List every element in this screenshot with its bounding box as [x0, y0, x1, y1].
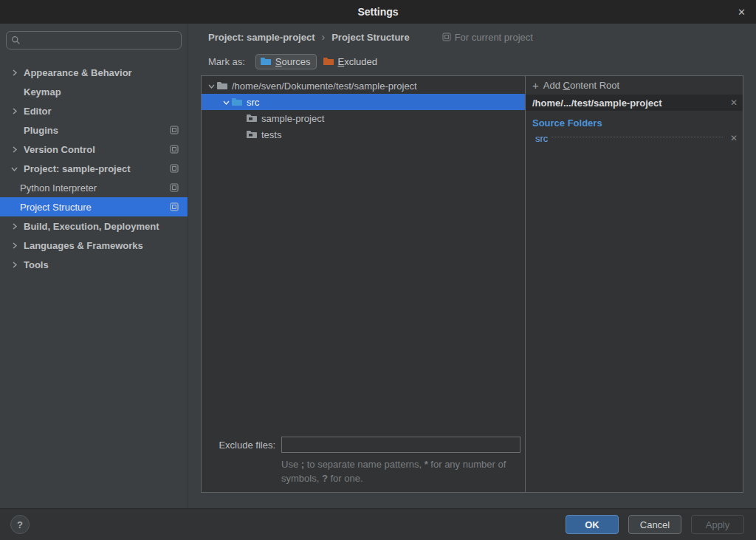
chevron-right-icon[interactable] — [10, 69, 24, 77]
plus-icon: + — [532, 79, 539, 92]
sidebar-item-label: Editor — [24, 106, 52, 117]
source-folder-icon — [231, 97, 243, 107]
sidebar-item-languages-frameworks[interactable]: Languages & Frameworks — [0, 236, 188, 255]
content-tree-panel: /home/sven/Dokumente/test/sample-project… — [202, 76, 526, 492]
sidebar-item-plugins[interactable]: Plugins — [0, 120, 188, 140]
tree-row-tests[interactable]: tests — [202, 126, 525, 143]
cancel-button[interactable]: Cancel — [628, 515, 681, 534]
sidebar-item-label: Keymap — [24, 86, 61, 98]
project-settings-icon — [170, 183, 179, 192]
mark-sources-button[interactable]: Sources — [255, 54, 317, 69]
sidebar-item-tools[interactable]: Tools — [0, 255, 188, 274]
sidebar-item-keymap[interactable]: Keymap — [0, 82, 188, 101]
content-roots-panel: + Add Content Root /home/.../test/sample… — [526, 76, 743, 492]
scope-note: For current project — [442, 32, 533, 43]
help-button[interactable]: ? — [10, 515, 30, 534]
chevron-down-icon[interactable] — [10, 165, 24, 173]
source-folder-name: src — [535, 133, 548, 144]
sidebar-item-label: Plugins — [24, 125, 58, 136]
sidebar-item-label: Project Structure — [20, 202, 92, 213]
settings-content: Project: sample-project › Project Struct… — [188, 24, 756, 508]
tree-row-label: /home/sven/Dokumente/test/sample-project — [232, 81, 417, 92]
project-structure-panels: /home/sven/Dokumente/test/sample-project… — [201, 75, 743, 493]
settings-search-field[interactable] — [24, 35, 176, 46]
dotted-leader — [551, 137, 723, 137]
sidebar-item-project[interactable]: Project: sample-project — [0, 159, 188, 178]
content-root-path: /home/.../test/sample-project — [532, 98, 662, 109]
project-settings-icon — [170, 202, 179, 211]
settings-sidebar: Appearance & Behavior Keymap Editor Plug… — [0, 24, 188, 508]
tree-row-content-root[interactable]: /home/sven/Dokumente/test/sample-project — [202, 78, 525, 94]
folder-icon — [216, 81, 228, 91]
scope-note-label: For current project — [455, 32, 533, 43]
chevron-right-icon[interactable] — [10, 242, 24, 250]
sidebar-item-label: Python Interpreter — [20, 182, 97, 194]
breadcrumb: Project: sample-project › Project Struct… — [188, 24, 756, 50]
window-title: Settings — [357, 6, 398, 18]
exclude-files-label: Exclude files: — [207, 440, 275, 451]
search-icon — [11, 35, 21, 45]
tree-row-label: src — [247, 97, 259, 108]
chevron-right-icon[interactable] — [10, 146, 24, 154]
project-settings-icon — [442, 33, 451, 41]
tree-row-src[interactable]: src — [202, 94, 525, 110]
remove-source-folder-icon[interactable]: ✕ — [726, 133, 738, 143]
content-root-row[interactable]: /home/.../test/sample-project ✕ — [526, 95, 743, 111]
sidebar-item-project-structure[interactable]: Project Structure — [0, 197, 188, 216]
source-folder-row[interactable]: src ✕ — [526, 131, 743, 146]
sidebar-item-label: Build, Execution, Deployment — [24, 221, 159, 232]
source-folder-icon — [260, 56, 272, 66]
exclude-files-input[interactable] — [281, 437, 520, 453]
excluded-folder-icon — [323, 56, 334, 66]
mark-as-toolbar: Mark as: Sources Excluded — [188, 50, 756, 72]
close-icon[interactable]: ✕ — [738, 0, 746, 24]
sidebar-item-label: Version Control — [24, 144, 95, 155]
sidebar-item-label: Appearance & Behavior — [24, 67, 132, 78]
add-content-root-button[interactable]: + Add Content Root — [526, 76, 743, 95]
remove-content-root-icon[interactable]: ✕ — [726, 98, 738, 108]
sidebar-item-label: Tools — [24, 259, 49, 270]
breadcrumb-separator-icon: › — [322, 31, 326, 43]
chevron-right-icon[interactable] — [10, 107, 24, 115]
mark-excluded-button[interactable]: Excluded — [319, 55, 382, 69]
source-folders-heading: Source Folders — [526, 117, 743, 129]
sidebar-item-python-interpreter[interactable]: Python Interpreter — [0, 178, 188, 197]
folder-icon — [246, 129, 258, 140]
breadcrumb-page: Project Structure — [331, 32, 409, 43]
apply-button: Apply — [691, 515, 744, 534]
settings-nav: Appearance & Behavior Keymap Editor Plug… — [0, 63, 188, 274]
sidebar-item-label: Languages & Frameworks — [24, 240, 143, 251]
exclude-files-section: Exclude files: Use ; to separate name pa… — [202, 437, 525, 492]
sidebar-item-label: Project: sample-project — [24, 163, 131, 174]
tree-row-label: sample-project — [261, 113, 324, 124]
settings-dialog: Settings ✕ Appearance & Behavior Keymap — [0, 0, 756, 540]
chevron-down-icon[interactable] — [221, 98, 231, 106]
tree-row-sample-project[interactable]: sample-project — [202, 110, 525, 126]
add-content-root-label: Add Content Root — [543, 80, 619, 91]
sidebar-item-editor[interactable]: Editor — [0, 101, 188, 120]
ok-button[interactable]: OK — [566, 515, 619, 534]
chevron-right-icon[interactable] — [10, 222, 24, 230]
project-settings-icon — [170, 126, 179, 134]
mark-as-label: Mark as: — [208, 56, 245, 67]
search-input[interactable] — [6, 31, 182, 49]
sidebar-item-build-execution-deployment[interactable]: Build, Execution, Deployment — [0, 216, 188, 236]
exclude-files-hint: Use ; to separate name patterns, * for a… — [281, 458, 526, 486]
tree-row-label: tests — [261, 129, 281, 140]
mark-excluded-label: Excluded — [338, 56, 377, 67]
project-settings-icon — [170, 145, 179, 154]
breadcrumb-project[interactable]: Project: sample-project — [208, 32, 315, 43]
titlebar[interactable]: Settings ✕ — [0, 0, 756, 24]
mark-sources-label: Sources — [275, 56, 311, 67]
chevron-right-icon[interactable] — [10, 261, 24, 269]
sidebar-item-appearance-behavior[interactable]: Appearance & Behavior — [0, 63, 188, 82]
folder-icon — [246, 113, 258, 123]
chevron-down-icon[interactable] — [206, 82, 216, 90]
dialog-footer: ? OK Cancel Apply — [0, 508, 756, 540]
directory-tree: /home/sven/Dokumente/test/sample-project… — [202, 76, 525, 437]
sidebar-item-version-control[interactable]: Version Control — [0, 140, 188, 159]
project-settings-icon — [170, 164, 179, 173]
